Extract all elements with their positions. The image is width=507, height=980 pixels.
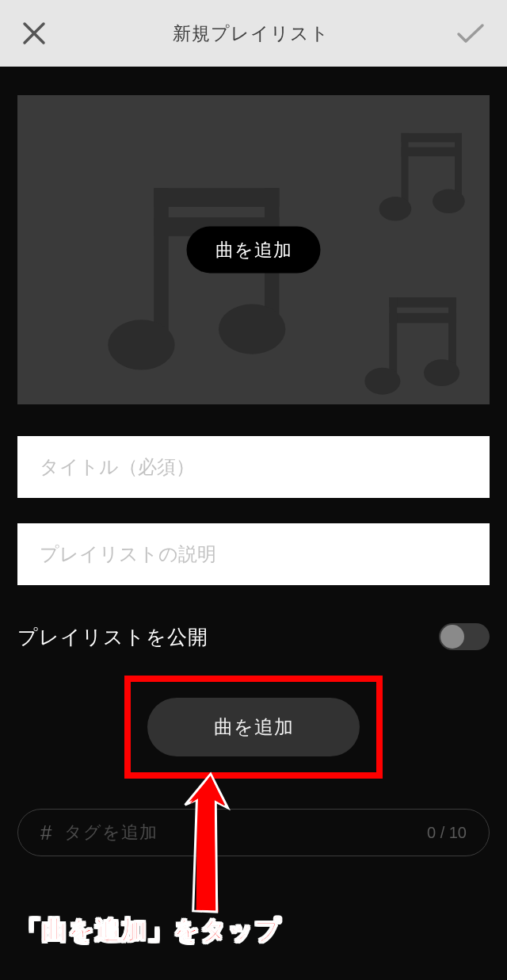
header-bar: 新規プレイリスト — [0, 0, 507, 67]
svg-rect-8 — [402, 133, 462, 142]
svg-point-6 — [108, 320, 174, 369]
add-songs-button[interactable]: 曲を追加 — [147, 698, 360, 756]
hash-icon: # — [40, 821, 51, 845]
annotation-caption: 「曲を追加」をタップ — [16, 913, 281, 948]
toggle-knob — [440, 625, 464, 649]
svg-rect-9 — [402, 147, 462, 156]
tag-counter: 0 / 10 — [427, 824, 467, 842]
tag-placeholder: タグを追加 — [64, 821, 426, 844]
description-input[interactable] — [40, 543, 467, 565]
public-toggle-switch[interactable] — [439, 623, 490, 650]
svg-point-18 — [364, 368, 400, 395]
confirm-check-icon[interactable] — [456, 22, 485, 44]
svg-rect-10 — [402, 133, 409, 209]
description-input-wrapper[interactable] — [17, 523, 490, 585]
svg-rect-4 — [154, 188, 168, 345]
music-note-icon — [350, 274, 473, 404]
playlist-cover[interactable]: 曲を追加 — [17, 95, 490, 404]
svg-rect-2 — [154, 188, 279, 207]
svg-rect-15 — [389, 313, 456, 323]
title-input-wrapper[interactable] — [17, 436, 490, 498]
svg-rect-14 — [389, 297, 456, 308]
svg-point-19 — [424, 359, 459, 386]
svg-point-7 — [219, 304, 285, 354]
close-icon[interactable] — [22, 21, 46, 45]
tag-input-row[interactable]: # タグを追加 0 / 10 — [17, 809, 490, 856]
svg-rect-16 — [389, 297, 397, 381]
svg-point-12 — [379, 197, 412, 221]
title-input[interactable] — [40, 456, 467, 478]
page-title: 新規プレイリスト — [46, 21, 456, 46]
public-toggle-label: プレイリストを公開 — [17, 624, 208, 650]
svg-point-13 — [433, 189, 465, 214]
cover-add-songs-pill[interactable]: 曲を追加 — [187, 227, 321, 274]
music-note-icon — [366, 111, 477, 234]
